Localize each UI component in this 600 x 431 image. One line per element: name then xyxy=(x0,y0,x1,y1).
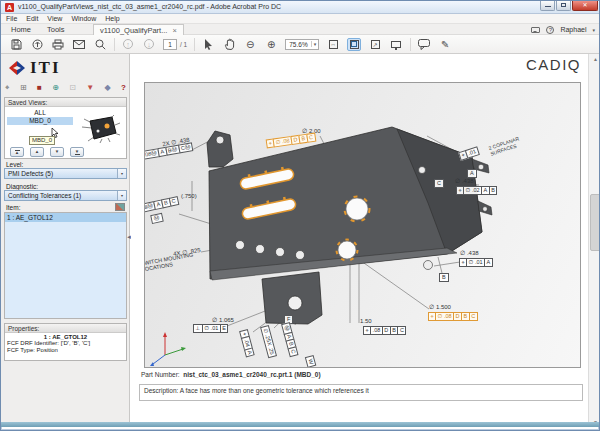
print-icon[interactable] xyxy=(51,38,65,51)
fcf-1-50[interactable]: ⌖.08DBC xyxy=(364,326,406,335)
account-caret-icon[interactable]: ▾ xyxy=(592,27,595,33)
cadiq-sidebar: ITI ⌖ ⊞ ■ ⊕ ⊡ ▼ ◆ ? Saved Views: ALL MBD… xyxy=(1,54,130,427)
model-icon[interactable]: ■ xyxy=(37,83,42,93)
window-title: v1100_QualifyPartViews_nist_ctc_03_asme1… xyxy=(18,3,281,10)
cadiq-brand: CADIQ xyxy=(526,56,581,73)
dim-438-c[interactable]: ∅ .438 xyxy=(455,177,474,184)
tab-bar: Home Tools v1100_QualifyPart...× ? Rapha… xyxy=(1,24,600,35)
filter-icon[interactable]: ▼ xyxy=(86,83,94,93)
fcf-438-a[interactable]: ⌖∅ .01A xyxy=(460,258,493,267)
report-icon[interactable]: ◆ xyxy=(105,83,111,93)
diagnostic-dropdown[interactable]: Conflicting Tolerances (1) ▾ xyxy=(4,190,127,201)
menu-help[interactable]: Help xyxy=(105,15,119,22)
axes-icon[interactable]: ⊕ xyxy=(52,83,59,93)
zoom-in-icon[interactable]: ⊕ xyxy=(264,38,278,51)
account-name[interactable]: Raphael xyxy=(560,26,586,33)
previous-view-button[interactable]: ▲ xyxy=(30,147,44,157)
dim-1-065[interactable]: ∅ 1.065 xyxy=(212,316,234,323)
sidebar-help-icon[interactable]: ? xyxy=(121,83,126,93)
diagnostic-caret-icon[interactable]: ▾ xyxy=(117,191,126,200)
title-bar[interactable]: A v1100_QualifyPartViews_nist_ctc_03_asm… xyxy=(1,1,600,14)
level-value: PMI Defects (5) xyxy=(8,170,53,177)
tab-close-icon[interactable]: × xyxy=(172,26,176,35)
item-row-selected[interactable]: 1 : AE_GTOL12 xyxy=(5,213,126,222)
datum-b[interactable]: B xyxy=(439,273,449,282)
diagnostic-label: Diagnostic: xyxy=(6,183,38,190)
menu-view[interactable]: View xyxy=(47,15,62,22)
reading-mode-icon[interactable] xyxy=(389,38,403,51)
email-icon[interactable] xyxy=(72,38,86,51)
iti-logo-icon xyxy=(7,58,27,78)
toolbar-separator xyxy=(114,38,115,51)
item-list[interactable]: 1 : AE_GTOL12 xyxy=(4,212,127,319)
previous-page-icon[interactable]: ↑ xyxy=(121,38,135,51)
tab-home[interactable]: Home xyxy=(5,24,37,35)
fit-page-icon[interactable] xyxy=(347,38,361,51)
dim-1-500[interactable]: ∅ 1.500 xyxy=(429,303,451,310)
hand-tool-icon[interactable] xyxy=(222,38,236,51)
comment-icon[interactable] xyxy=(417,38,431,51)
sidebar-toolbar: ⌖ ⊞ ■ ⊕ ⊡ ▼ ◆ ? xyxy=(5,83,126,93)
compare-icon[interactable]: ⊡ xyxy=(69,83,76,93)
views-icon[interactable]: ⊞ xyxy=(20,83,27,93)
zoom-out-icon[interactable]: ⊖ xyxy=(243,38,257,51)
search-icon[interactable] xyxy=(93,38,107,51)
fcf-1-065[interactable]: ⊥∅ .01E xyxy=(194,324,228,333)
save-icon[interactable] xyxy=(9,38,23,51)
3d-viewport[interactable]: 2X ∅ .438 ∅.08ⓂABⓂCⓂ ∅ 2.00 ⌖∅ .08DBC ⌖.… xyxy=(144,82,581,368)
saved-view-all[interactable]: ALL xyxy=(7,109,73,117)
tab-tools[interactable]: Tools xyxy=(41,24,71,35)
properties-title: Properties: xyxy=(5,324,126,333)
maximize-button[interactable] xyxy=(556,1,571,11)
menu-edit[interactable]: Edit xyxy=(26,15,38,22)
pan-icon[interactable]: ⌖ xyxy=(5,83,10,93)
dim-438-a[interactable]: ∅ .438 xyxy=(460,249,479,256)
zoom-level-value: 75.6% xyxy=(286,41,310,48)
vertical-scrollbar[interactable]: ▲ ▼ xyxy=(588,54,600,427)
scrollbar-thumb[interactable] xyxy=(590,194,600,251)
menu-bar: File Edit View Window Help xyxy=(1,14,600,24)
edit-pencil-icon[interactable]: ✎ xyxy=(438,38,452,51)
fcf-438-c[interactable]: ⌖∅ .02AB xyxy=(457,186,497,195)
tab-hole[interactable] xyxy=(288,296,302,310)
share-icon[interactable] xyxy=(30,38,44,51)
next-view-button[interactable]: ▼ xyxy=(50,147,64,157)
fullscreen-icon[interactable]: ↗ xyxy=(368,38,382,51)
fcf-1-500-highlighted[interactable]: ⌖∅ .08DBC xyxy=(429,312,478,321)
item-list-icon[interactable] xyxy=(115,203,125,211)
scroll-up-icon[interactable]: ▲ xyxy=(590,54,600,64)
part-number-line: Part Number: nist_ctc_03_asme1_cr2040_rc… xyxy=(141,371,321,378)
fit-width-icon[interactable]: ↔ xyxy=(326,38,340,51)
zoom-level-select[interactable]: 75.6% ▾ xyxy=(285,39,319,50)
tab-document[interactable]: v1100_QualifyPart...× xyxy=(93,24,184,35)
level-label: Level: xyxy=(6,161,23,168)
dim-750[interactable]: (.750) xyxy=(181,193,197,199)
dim-1-50[interactable]: 1.50 xyxy=(360,318,372,324)
saved-views-title: Saved Views: xyxy=(5,98,126,107)
level-caret-icon[interactable]: ▾ xyxy=(117,169,126,178)
document-pane: CADIQ xyxy=(131,54,600,427)
minimize-button[interactable] xyxy=(540,1,555,11)
menu-window[interactable]: Window xyxy=(71,15,96,22)
main-toolbar: ↑ ↓ 1 / 1 ⊖ ⊕ 75.6% ▾ ↔ ↗ ✎ xyxy=(1,35,600,54)
acrobat-app-icon: A xyxy=(5,3,14,12)
datum-c[interactable]: C xyxy=(434,179,444,188)
select-tool-icon[interactable] xyxy=(201,38,215,51)
diagnostic-value: Conflicting Tolerances (1) xyxy=(8,192,81,199)
level-dropdown[interactable]: PMI Defects (5) ▾ xyxy=(4,168,127,179)
saved-views-panel: Saved Views: ALL MBD_0 MBD_0 xyxy=(4,97,127,159)
help-icon[interactable]: ? xyxy=(546,26,554,34)
content-area: ITI ⌖ ⊞ ■ ⊕ ⊡ ▼ ◆ ? Saved Views: ALL MBD… xyxy=(1,54,600,427)
minimize-icon xyxy=(545,5,551,7)
page-number-input[interactable]: 1 xyxy=(163,39,177,50)
comment-count-icon[interactable] xyxy=(531,27,540,33)
last-view-button[interactable]: ▼ xyxy=(70,147,84,157)
next-page-icon[interactable]: ↓ xyxy=(142,38,156,51)
close-button[interactable]: ✕ xyxy=(572,1,598,11)
first-view-button[interactable]: ▲ xyxy=(10,147,24,157)
menu-file[interactable]: File xyxy=(6,15,17,22)
saved-view-mbd0[interactable]: MBD_0 xyxy=(7,117,73,125)
iti-logo-text: ITI xyxy=(30,58,61,78)
view-thumbnail[interactable] xyxy=(80,113,122,145)
ear-hole[interactable] xyxy=(216,136,224,144)
